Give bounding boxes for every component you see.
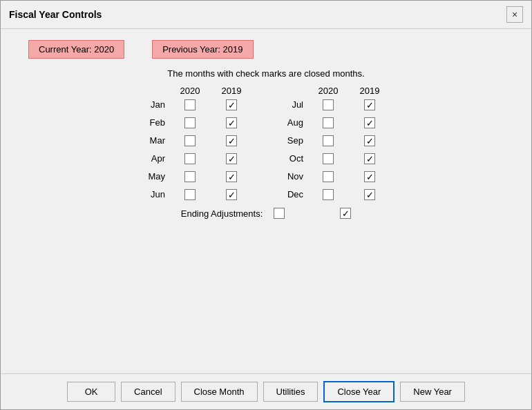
close-month-button[interactable]: Close Month xyxy=(181,382,258,402)
check-cell-jan-prev xyxy=(211,99,252,111)
checkbox-jul-2020[interactable] xyxy=(323,99,334,110)
checkbox-aug-2020[interactable] xyxy=(323,117,334,128)
col-header-2020-right: 2020 xyxy=(307,86,349,96)
checkbox-feb-2019[interactable] xyxy=(226,117,237,128)
col-header-2020-left: 2020 xyxy=(169,86,211,96)
check-cell-apr-cur xyxy=(169,153,211,165)
check-cell-aug-prev xyxy=(349,117,390,129)
col-header-2019-left: 2019 xyxy=(211,86,252,96)
current-year-badge: Current Year: 2020 xyxy=(28,40,124,59)
check-cell-sep-prev xyxy=(349,135,390,147)
dialog-title: Fiscal Year Controls xyxy=(9,9,102,20)
ending-prev-check-cell xyxy=(340,208,351,219)
checkbox-may-2019[interactable] xyxy=(226,171,237,182)
ok-button[interactable]: OK xyxy=(67,382,115,402)
checkbox-mar-2020[interactable] xyxy=(184,135,196,146)
checkbox-oct-2019[interactable] xyxy=(364,153,375,164)
check-cell-jun-prev xyxy=(211,188,252,201)
previous-year-badge: Previous Year: 2019 xyxy=(152,40,253,59)
dialog-footer: OK Cancel Close Month Utilities Close Ye… xyxy=(1,373,531,409)
title-bar: Fiscal Year Controls × xyxy=(1,1,531,29)
checkbox-nov-2019[interactable] xyxy=(364,171,375,182)
checkbox-jan-2019[interactable] xyxy=(226,99,237,110)
cancel-button[interactable]: Cancel xyxy=(121,382,175,402)
checkbox-oct-2020[interactable] xyxy=(323,153,334,164)
month-label-mar: Mar xyxy=(114,135,169,147)
check-cell-apr-prev xyxy=(211,153,252,165)
ending-cur-check-cell xyxy=(274,208,285,219)
month-label-sep: Sep xyxy=(252,135,307,147)
checkbox-feb-2020[interactable] xyxy=(184,117,196,128)
ending-adjustments-row: Ending Adjustments: xyxy=(114,208,418,219)
check-cell-mar-cur xyxy=(169,135,211,147)
checkbox-dec-2019[interactable] xyxy=(364,189,375,200)
checkbox-apr-2020[interactable] xyxy=(184,153,196,164)
col-header-2019-right: 2019 xyxy=(349,86,390,96)
dialog-window: Fiscal Year Controls × Current Year: 202… xyxy=(0,0,532,410)
month-label-jan: Jan xyxy=(114,99,169,111)
check-cell-mar-prev xyxy=(211,135,252,147)
instruction-text: The months with check marks are closed m… xyxy=(167,68,364,79)
checkbox-jul-2019[interactable] xyxy=(364,99,375,110)
check-cell-sep-cur xyxy=(307,135,349,147)
check-cell-jun-cur xyxy=(169,188,211,201)
check-cell-feb-prev xyxy=(211,117,252,129)
checkbox-may-2020[interactable] xyxy=(184,171,196,182)
check-cell-may-cur xyxy=(169,170,211,183)
months-grid: 2020 2019 2020 2019 JanJulFebAugMarSepAp… xyxy=(15,86,517,201)
month-rows: JanJulFebAugMarSepAprOctMayNovJunDec xyxy=(114,99,418,201)
check-cell-jul-prev xyxy=(349,99,390,111)
checkbox-nov-2020[interactable] xyxy=(323,171,334,182)
check-cell-jan-cur xyxy=(169,99,211,111)
month-label-oct: Oct xyxy=(252,153,307,165)
checkbox-aug-2019[interactable] xyxy=(364,117,375,128)
year-badges: Current Year: 2020 Previous Year: 2019 xyxy=(28,40,254,59)
month-label-may: May xyxy=(114,170,169,183)
ending-current-checkbox[interactable] xyxy=(274,208,285,219)
check-cell-oct-prev xyxy=(349,153,390,165)
month-label-aug: Aug xyxy=(252,117,307,129)
column-headers: 2020 2019 2020 2019 xyxy=(114,86,418,96)
month-label-jul: Jul xyxy=(252,99,307,111)
check-cell-oct-cur xyxy=(307,153,349,165)
ending-label: Ending Adjustments: xyxy=(181,208,263,219)
check-cell-nov-cur xyxy=(307,170,349,183)
checkbox-jun-2019[interactable] xyxy=(226,189,237,200)
check-cell-jul-cur xyxy=(307,99,349,111)
close-year-button[interactable]: Close Year xyxy=(323,381,395,402)
checkbox-jun-2020[interactable] xyxy=(184,189,196,200)
check-cell-nov-prev xyxy=(349,170,390,183)
check-cell-may-prev xyxy=(211,170,252,183)
check-cell-aug-cur xyxy=(307,117,349,129)
utilities-button[interactable]: Utilities xyxy=(263,382,319,402)
dialog-content: Current Year: 2020 Previous Year: 2019 T… xyxy=(1,29,531,373)
check-cell-dec-cur xyxy=(307,188,349,201)
month-label-nov: Nov xyxy=(252,170,307,183)
ending-previous-checkbox[interactable] xyxy=(340,208,351,219)
checkbox-sep-2019[interactable] xyxy=(364,135,375,146)
checkbox-sep-2020[interactable] xyxy=(323,135,334,146)
new-year-button[interactable]: New Year xyxy=(400,382,465,402)
checkbox-mar-2019[interactable] xyxy=(226,135,237,146)
check-cell-feb-cur xyxy=(169,117,211,129)
ending-checks xyxy=(274,208,351,219)
month-label-dec: Dec xyxy=(252,188,307,201)
check-cell-dec-prev xyxy=(349,188,390,201)
checkbox-apr-2019[interactable] xyxy=(226,153,237,164)
close-window-button[interactable]: × xyxy=(506,6,523,23)
checkbox-dec-2020[interactable] xyxy=(323,189,334,200)
month-label-feb: Feb xyxy=(114,117,169,129)
month-label-jun: Jun xyxy=(114,188,169,201)
checkbox-jan-2020[interactable] xyxy=(184,99,196,110)
month-label-apr: Apr xyxy=(114,153,169,165)
